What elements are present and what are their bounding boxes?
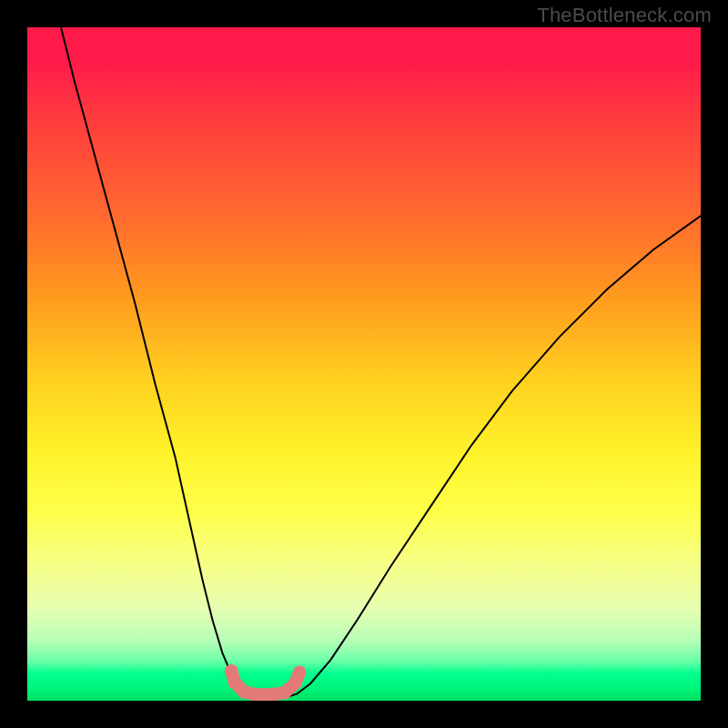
chart-frame: TheBottleneck.com [0,0,728,728]
trough-marker [225,664,238,678]
curve-layer [27,27,701,701]
watermark-text: TheBottleneck.com [537,4,712,27]
bottleneck-curve [61,27,701,698]
trough-marker [278,686,291,700]
plot-area [27,27,701,701]
trough-marker [293,666,307,680]
